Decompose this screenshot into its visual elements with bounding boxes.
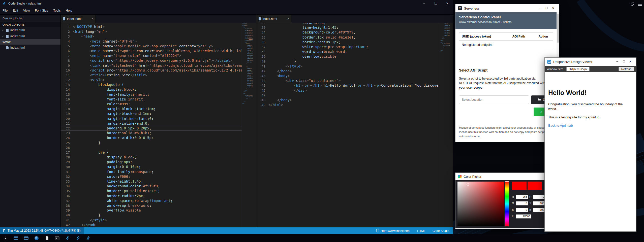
red-input[interactable]: [516, 195, 528, 199]
code-line[interactable]: 42 </head>: [61, 223, 242, 227]
code-line[interactable]: 3 <head>: [61, 34, 242, 39]
code-line[interactable]: 48 </body>: [256, 98, 439, 102]
code-line[interactable]: 44 <div class="ui container">: [256, 78, 439, 83]
code-line[interactable]: 15 font-family:inherit;: [61, 92, 242, 97]
code-line[interactable]: 12 <style>: [61, 78, 242, 82]
code-line[interactable]: 18 margin-block-start:1em;: [61, 107, 242, 111]
code-line[interactable]: 28 display:block;: [61, 155, 242, 160]
code-line[interactable]: 37 white-space:pre-wrap!important;: [61, 198, 242, 203]
code-line[interactable]: 8 <script src="https://code.jquery.com/j…: [61, 58, 242, 63]
code-line[interactable]: 43 <body>: [256, 74, 439, 78]
open-editor-item[interactable]: × index.html: [0, 27, 60, 33]
status-file-path[interactable]: store:/www/index.html: [376, 229, 410, 233]
tab-index-html[interactable]: index.html ×: [256, 15, 291, 23]
code-line[interactable]: 27 pre {: [61, 150, 242, 155]
code-line[interactable]: 25 }: [61, 141, 242, 145]
code-studio-icon[interactable]: [85, 235, 91, 241]
code-line[interactable]: 45 <h1><br></h1><h1>Hello World!<br></h1…: [256, 83, 439, 88]
code-line[interactable]: 31 font-family:monospace;: [61, 169, 242, 174]
code-line[interactable]: 35 border:1px solid #e1e1e1;: [256, 35, 439, 40]
code-line[interactable]: 37 white-space:pre-wrap!important;: [256, 45, 439, 49]
minimize-button[interactable]: –: [537, 6, 543, 11]
code-line[interactable]: 34 background-color:#f9f9f9;: [256, 30, 439, 35]
www-folder-header[interactable]: WWW: [0, 39, 60, 45]
brightness-input[interactable]: [533, 208, 545, 212]
window-icon[interactable]: [13, 235, 19, 241]
close-button[interactable]: ×: [442, 0, 453, 7]
menu-item-font-size[interactable]: Font Size: [33, 9, 51, 12]
open-editors-header[interactable]: OPEN EDITORS: [0, 22, 60, 27]
code-line[interactable]: 32 color:#666;: [256, 23, 439, 25]
code-line[interactable]: 33 line-height:1.45;: [256, 25, 439, 30]
menu-item-file[interactable]: File: [0, 9, 10, 12]
code-line[interactable]: 36 border-radius:2px;: [61, 194, 242, 198]
code-line[interactable]: 33 line-height:1.45;: [61, 179, 242, 184]
code-studio-icon[interactable]: [75, 235, 81, 241]
close-button[interactable]: ×: [550, 6, 557, 11]
code-line[interactable]: 38 word-wrap:break-word;: [256, 49, 439, 54]
editor-left[interactable]: 1<!DOCTYPE html>2<html lang="en">3 <head…: [61, 23, 256, 227]
scrollbar[interactable]: [450, 23, 453, 227]
hue-slider[interactable]: [505, 182, 509, 226]
window-size-value[interactable]: 361px x 627px: [566, 67, 590, 71]
code-line[interactable]: 46 </div>: [256, 88, 439, 93]
code-line[interactable]: 16 font-size:inherit;: [61, 97, 242, 102]
close-icon[interactable]: ×: [2, 35, 5, 38]
hue-slider-thumb[interactable]: [505, 181, 509, 182]
code-line[interactable]: 10 <script src="https://cdnjs.cloudflare…: [61, 68, 242, 73]
code-line[interactable]: 14 display:block;: [61, 87, 242, 92]
document-icon[interactable]: [44, 235, 50, 241]
minimap[interactable]: <!DOCTYPE html><html lang="en"> <head> <…: [242, 23, 253, 227]
status-app-name[interactable]: Code Studio: [433, 229, 449, 233]
code-line[interactable]: 30 margin:0 0 10px;: [61, 164, 242, 169]
status-datetime[interactable]: Thu May 11 2023 21:54:48 GMT+0800 (台北標準時…: [0, 227, 84, 234]
code-line[interactable]: 7 <meta name="theme-color" content="#ff9…: [61, 53, 242, 58]
code-line[interactable]: 9 <link rel="stylesheet" href="https://c…: [61, 63, 242, 68]
hue-input[interactable]: [533, 195, 545, 199]
minimap[interactable]: color:#666; line-height:1.45; background…: [439, 23, 450, 227]
code-line[interactable]: 39 overflow:visible: [61, 208, 242, 213]
code-line[interactable]: 47: [256, 93, 439, 98]
green-input[interactable]: [516, 201, 528, 205]
code-line[interactable]: 23 border:solid #b1b1b1;: [61, 131, 242, 135]
close-icon[interactable]: ×: [287, 17, 289, 21]
code-line[interactable]: 22 padding:0 5px 0 20px;: [61, 126, 242, 131]
menu-item-view[interactable]: View: [21, 9, 33, 12]
code-line[interactable]: 32 color:#666;: [61, 174, 242, 179]
code-line[interactable]: 39 overflow:visible: [256, 54, 439, 59]
code-line[interactable]: 36 border-radius:2px;: [256, 40, 439, 45]
code-line[interactable]: 19 margin-block-end:1em;: [61, 111, 242, 116]
location-input[interactable]: [459, 95, 529, 104]
open-editor-item[interactable]: × index.html: [0, 33, 60, 39]
code-line[interactable]: 26: [61, 145, 242, 150]
maximize-button[interactable]: □: [543, 6, 550, 11]
tab-index-html[interactable]: index.html ×: [61, 15, 96, 23]
code-area[interactable]: 32 color:#666;33 line-height:1.45;34 bac…: [256, 23, 439, 227]
saturation-input[interactable]: [533, 201, 545, 205]
code-line[interactable]: 42 </head>: [256, 69, 439, 74]
code-line[interactable]: 38 word-wrap:break-word;: [61, 203, 242, 208]
maximize-button[interactable]: □: [621, 59, 627, 64]
code-line[interactable]: 41 </style>: [256, 64, 439, 69]
code-line[interactable]: 35 border:1px solid #e1e1e1;: [61, 189, 242, 193]
terminal-icon[interactable]: [54, 235, 60, 241]
window-icon[interactable]: [23, 235, 29, 241]
code-line[interactable]: 13 blockquote {: [61, 82, 242, 87]
code-line[interactable]: 40 }: [256, 59, 439, 64]
close-icon[interactable]: ×: [92, 17, 94, 21]
saturation-area[interactable]: [457, 182, 504, 226]
scrollbar-thumb[interactable]: [557, 14, 559, 43]
saturation-cursor[interactable]: [467, 183, 469, 186]
code-line[interactable]: 2<html lang="en">: [61, 29, 242, 34]
restore-button[interactable]: ❐: [430, 0, 442, 7]
sync-icon[interactable]: [630, 2, 634, 7]
code-line[interactable]: 24 border-width:0 0 0 5px: [61, 135, 242, 140]
hex-input[interactable]: [516, 214, 531, 219]
code-line[interactable]: 21 margin-inline-end:0;: [61, 121, 242, 126]
code-studio-icon[interactable]: [65, 235, 70, 241]
code-line[interactable]: 6 <meta name="viewport" content="user-sc…: [61, 49, 242, 53]
folder-file-item[interactable]: index.html: [0, 45, 60, 51]
code-line[interactable]: 40 }: [61, 213, 242, 218]
menu-icon[interactable]: [638, 2, 642, 7]
close-icon[interactable]: ×: [2, 29, 5, 32]
